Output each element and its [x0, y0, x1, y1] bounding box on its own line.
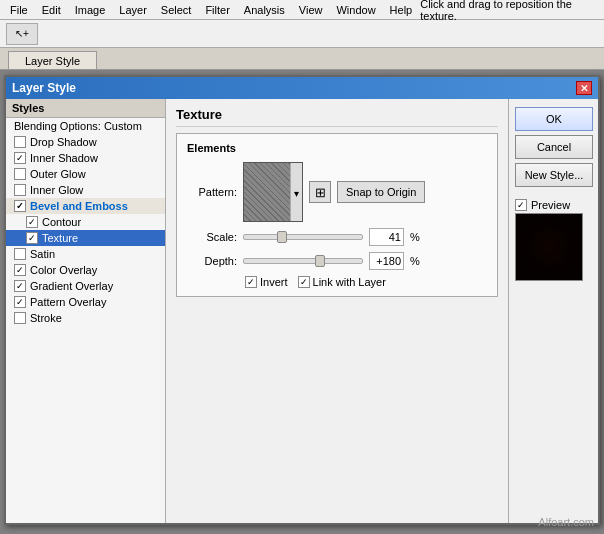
- scale-slider[interactable]: [243, 234, 363, 240]
- bevel-emboss-checkbox[interactable]: [14, 200, 26, 212]
- menu-select[interactable]: Select: [155, 2, 198, 18]
- depth-thumb[interactable]: [315, 255, 325, 267]
- pattern-dropdown-arrow[interactable]: ▾: [290, 163, 302, 222]
- link-with-layer-label[interactable]: Link with Layer: [298, 276, 386, 288]
- pattern-row: Pattern: ▾ ⊞ Snap to Origin: [187, 162, 487, 222]
- satin-checkbox[interactable]: [14, 248, 26, 260]
- depth-slider[interactable]: [243, 258, 363, 264]
- preview-label-row: Preview: [515, 199, 570, 211]
- pattern-overlay-item[interactable]: Pattern Overlay: [6, 294, 165, 310]
- watermark: Alfoart.com: [538, 516, 594, 528]
- contour-item[interactable]: Contour: [6, 214, 165, 230]
- invert-checkbox-label[interactable]: Invert: [245, 276, 288, 288]
- dialog-title: Layer Style: [12, 81, 76, 95]
- pattern-overlay-checkbox[interactable]: [14, 296, 26, 308]
- preview-checkbox[interactable]: [515, 199, 527, 211]
- preview-thumbnail: [515, 213, 583, 281]
- texture-section-title: Texture: [176, 107, 498, 127]
- layer-style-dialog: Layer Style ✕ Styles Blending Options: C…: [4, 75, 600, 525]
- outer-glow-checkbox[interactable]: [14, 168, 26, 180]
- drop-shadow-item[interactable]: Drop Shadow: [6, 134, 165, 150]
- elements-panel: Elements Pattern: ▾ ⊞ Snap to Origin: [176, 133, 498, 297]
- menu-image[interactable]: Image: [69, 2, 112, 18]
- contour-checkbox[interactable]: [26, 216, 38, 228]
- gradient-overlay-checkbox[interactable]: [14, 280, 26, 292]
- menu-help[interactable]: Help: [384, 2, 419, 18]
- new-style-button[interactable]: New Style...: [515, 163, 593, 187]
- gradient-overlay-item[interactable]: Gradient Overlay: [6, 278, 165, 294]
- link-with-layer-checkbox[interactable]: [298, 276, 310, 288]
- invert-label: Invert: [260, 276, 288, 288]
- pattern-options-btn[interactable]: ⊞: [309, 181, 331, 203]
- checkbox-row: Invert Link with Layer: [187, 276, 487, 288]
- inner-shadow-checkbox[interactable]: [14, 152, 26, 164]
- scale-row: Scale: 41 %: [187, 228, 487, 246]
- menu-filter[interactable]: Filter: [199, 2, 235, 18]
- invert-checkbox[interactable]: [245, 276, 257, 288]
- depth-row: Depth: +180 %: [187, 252, 487, 270]
- menu-view[interactable]: View: [293, 2, 329, 18]
- dialog-close-button[interactable]: ✕: [576, 81, 592, 95]
- toolbar-hint: Click and drag to reposition the texture…: [420, 0, 600, 22]
- scale-label: Scale:: [187, 231, 237, 243]
- elements-grid: Pattern: ▾ ⊞ Snap to Origin Scale:: [187, 162, 487, 288]
- menu-edit[interactable]: Edit: [36, 2, 67, 18]
- depth-unit: %: [410, 255, 420, 267]
- elements-label: Elements: [187, 142, 487, 154]
- scale-unit: %: [410, 231, 420, 243]
- tab-bar: Layer Style: [0, 48, 604, 70]
- move-tool-btn[interactable]: ↖+: [6, 23, 38, 45]
- stroke-checkbox[interactable]: [14, 312, 26, 324]
- link-label: Link with Layer: [313, 276, 386, 288]
- drop-shadow-checkbox[interactable]: [14, 136, 26, 148]
- toolbar: ↖+: [0, 20, 604, 48]
- cancel-button[interactable]: Cancel: [515, 135, 593, 159]
- styles-panel: Styles Blending Options: Custom Drop Sha…: [6, 99, 166, 523]
- blending-options-item[interactable]: Blending Options: Custom: [6, 118, 165, 134]
- inner-glow-item[interactable]: Inner Glow: [6, 182, 165, 198]
- styles-header: Styles: [6, 99, 165, 118]
- depth-label: Depth:: [187, 255, 237, 267]
- snap-to-origin-btn[interactable]: Snap to Origin: [337, 181, 425, 203]
- bevel-emboss-item[interactable]: Bevel and Emboss: [6, 198, 165, 214]
- menu-bar: File Edit Image Layer Select Filter Anal…: [0, 0, 604, 20]
- preview-area: Preview: [515, 199, 592, 281]
- preview-label: Preview: [531, 199, 570, 211]
- pattern-preview[interactable]: ▾: [243, 162, 303, 222]
- stroke-item[interactable]: Stroke: [6, 310, 165, 326]
- color-overlay-checkbox[interactable]: [14, 264, 26, 276]
- scale-thumb[interactable]: [277, 231, 287, 243]
- main-area: Layer Style ✕ Styles Blending Options: C…: [0, 70, 604, 534]
- dialog-body: Styles Blending Options: Custom Drop Sha…: [6, 99, 598, 523]
- color-overlay-item[interactable]: Color Overlay: [6, 262, 165, 278]
- outer-glow-item[interactable]: Outer Glow: [6, 166, 165, 182]
- inner-glow-checkbox[interactable]: [14, 184, 26, 196]
- texture-item[interactable]: Texture: [6, 230, 165, 246]
- pattern-label: Pattern:: [187, 186, 237, 198]
- ok-button[interactable]: OK: [515, 107, 593, 131]
- dialog-titlebar: Layer Style ✕: [6, 77, 598, 99]
- menu-window[interactable]: Window: [330, 2, 381, 18]
- scale-value[interactable]: 41: [369, 228, 404, 246]
- content-area: Texture Elements Pattern: ▾ ⊞: [166, 99, 508, 523]
- menu-file[interactable]: File: [4, 2, 34, 18]
- satin-item[interactable]: Satin: [6, 246, 165, 262]
- depth-value[interactable]: +180: [369, 252, 404, 270]
- buttons-panel: OK Cancel New Style... Preview: [508, 99, 598, 523]
- menu-layer[interactable]: Layer: [113, 2, 153, 18]
- layer-style-tab[interactable]: Layer Style: [8, 51, 97, 69]
- texture-checkbox[interactable]: [26, 232, 38, 244]
- inner-shadow-item[interactable]: Inner Shadow: [6, 150, 165, 166]
- menu-analysis[interactable]: Analysis: [238, 2, 291, 18]
